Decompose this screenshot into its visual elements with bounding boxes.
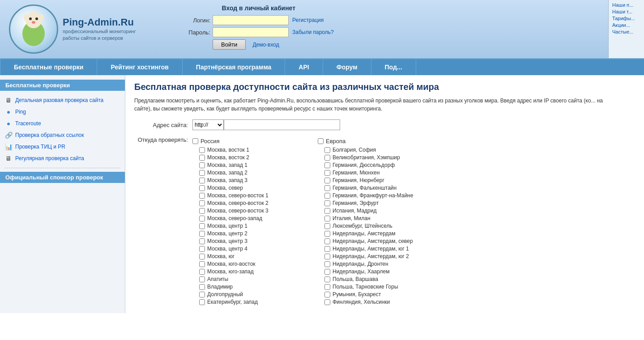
europe-city-checkbox[interactable] — [324, 208, 330, 214]
europe-city-item: Нидерланды, Дронтен — [318, 261, 434, 267]
russia-city-checkbox[interactable] — [199, 284, 205, 290]
sidebar-title: Бесплатные проверки — [0, 80, 125, 91]
europe-city-checkbox[interactable] — [324, 269, 330, 275]
europe-city-checkbox[interactable] — [324, 185, 330, 191]
russia-all-checkbox[interactable] — [192, 138, 198, 144]
russia-city-checkbox[interactable] — [199, 155, 205, 161]
russia-city-item: Москва, центр 4 — [192, 246, 309, 252]
europe-city-checkbox[interactable] — [324, 216, 330, 221]
russia-city-checkbox[interactable] — [199, 185, 205, 191]
sidebar-item-tic-pr[interactable]: 📊 Проверка ТИЦ и PR — [0, 141, 125, 153]
europe-city-checkbox[interactable] — [324, 292, 330, 298]
europe-cities: Болгария, София Великобритания, Хэмпшир … — [318, 147, 434, 305]
sponsor-title: Официальный спонсор проверок — [0, 172, 125, 183]
login-button[interactable]: Войти — [213, 39, 246, 50]
page-title: Бесплатная проверка доступности сайта из… — [134, 82, 635, 92]
russia-city-checkbox[interactable] — [199, 269, 205, 275]
register-link[interactable]: Регистрация — [292, 17, 324, 23]
nav-api[interactable]: API — [285, 59, 323, 75]
login-label: Логин: — [183, 17, 210, 24]
russia-city-item: Москва, север — [192, 185, 309, 191]
russia-city-item: Москва, северо-восток 2 — [192, 200, 309, 206]
europe-city-item: Нидерланды, Амстердам, юг 1 — [318, 246, 434, 252]
russia-city-checkbox[interactable] — [199, 261, 205, 267]
russia-city-item: Москва, запад 1 — [192, 162, 309, 168]
nav-forum[interactable]: Форум — [323, 59, 371, 75]
europe-city-item: Испания, Мадрид — [318, 208, 434, 214]
russia-city-checkbox[interactable] — [199, 162, 205, 168]
europe-city-checkbox[interactable] — [324, 162, 330, 168]
nav-hosting-rating[interactable]: Рейтинг хостингов — [97, 59, 182, 75]
russia-city-checkbox[interactable] — [199, 223, 205, 229]
russia-city-checkbox[interactable] — [199, 246, 205, 252]
traceroute-link[interactable]: Traceroute — [15, 120, 41, 127]
russia-city-checkbox[interactable] — [199, 178, 205, 183]
russia-city-checkbox[interactable] — [199, 299, 205, 305]
europe-city-item: Германия, Франкфурт-на-Майне — [318, 192, 434, 199]
russia-city-checkbox[interactable] — [199, 254, 205, 259]
russia-city-checkbox[interactable] — [199, 208, 205, 214]
europe-city-checkbox[interactable] — [324, 276, 330, 282]
russia-city-checkbox[interactable] — [199, 276, 205, 282]
europe-city-checkbox[interactable] — [324, 261, 330, 267]
europe-city-checkbox[interactable] — [324, 231, 330, 237]
russia-city-item: Владимир — [192, 284, 309, 290]
nav-partner-program[interactable]: Партнёрская программа — [183, 59, 286, 75]
russia-city-checkbox[interactable] — [199, 147, 205, 153]
europe-city-checkbox[interactable] — [324, 238, 330, 244]
russia-city-checkbox[interactable] — [199, 231, 205, 237]
protocol-select[interactable]: http:// https:// — [192, 119, 224, 130]
russia-city-checkbox[interactable] — [199, 216, 205, 221]
right-panel-link-5[interactable]: Частые... — [612, 29, 640, 34]
europe-city-checkbox[interactable] — [324, 299, 330, 305]
right-panel-link-1[interactable]: Наши п... — [612, 2, 640, 8]
europe-city-checkbox[interactable] — [324, 200, 330, 206]
backlinks-icon: 🔗 — [4, 131, 13, 139]
regular-link[interactable]: Регулярная проверка сайта — [15, 155, 84, 162]
europe-city-checkbox[interactable] — [324, 193, 330, 199]
sidebar-item-detail[interactable]: 🖥 Детальная разовая проверка сайта — [0, 94, 125, 106]
russia-cities: Москва, восток 1 Москва, восток 2 Москва… — [192, 147, 309, 305]
sidebar-item-backlinks[interactable]: 🔗 Проверка обратных ссылок — [0, 129, 125, 141]
login-input[interactable] — [213, 15, 289, 25]
europe-city-checkbox[interactable] — [324, 147, 330, 153]
password-input[interactable] — [213, 27, 289, 37]
url-input[interactable] — [224, 119, 340, 130]
russia-city-checkbox[interactable] — [199, 238, 205, 244]
europe-city-checkbox[interactable] — [324, 246, 330, 252]
sidebar-item-traceroute[interactable]: ● Traceroute — [0, 118, 125, 129]
russia-city-checkbox[interactable] — [199, 292, 205, 298]
europe-all-checkbox[interactable] — [318, 138, 324, 144]
nav-free-checks[interactable]: Бесплатные проверки — [0, 59, 97, 75]
backlinks-link[interactable]: Проверка обратных ссылок — [15, 132, 84, 138]
detail-link[interactable]: Детальная разовая проверка сайта — [15, 97, 103, 103]
ping-link[interactable]: Ping — [15, 109, 26, 115]
europe-city-checkbox[interactable] — [324, 284, 330, 290]
tic-pr-link[interactable]: Проверка ТИЦ и PR — [15, 144, 65, 150]
europe-city-checkbox[interactable] — [324, 254, 330, 259]
sidebar-item-regular[interactable]: 🖥 Регулярная проверка сайта — [0, 153, 125, 164]
europe-city-checkbox[interactable] — [324, 155, 330, 161]
europe-city-checkbox[interactable] — [324, 223, 330, 229]
sidebar: Бесплатные проверки 🖥 Детальная разовая … — [0, 75, 125, 313]
europe-city-item: Германия, Фалькенштайн — [318, 185, 434, 191]
right-panel-link-2[interactable]: Наши т... — [612, 9, 640, 14]
sidebar-item-ping[interactable]: ● Ping — [0, 106, 125, 118]
forgot-password-link[interactable]: Забыли пароль? — [292, 29, 334, 35]
page-description: Предлагаем посмотреть и оценить, как раб… — [134, 97, 604, 113]
europe-city-checkbox[interactable] — [324, 178, 330, 183]
europe-city-item: Румыния, Бухарест — [318, 291, 434, 298]
europe-city-checkbox[interactable] — [324, 170, 330, 176]
demo-link[interactable]: Демо-вход — [252, 42, 279, 48]
nav-more[interactable]: Под... — [371, 59, 416, 75]
svg-point-4 — [32, 21, 35, 24]
logo-area: Ping-Admin.Ru профессиональный мониторин… — [9, 4, 143, 54]
russia-city-checkbox[interactable] — [199, 193, 205, 199]
checks-container: Россия Москва, восток 1 Москва, восток 2… — [192, 138, 443, 306]
right-panel-link-3[interactable]: Тарифы... — [612, 16, 640, 21]
russia-region-title: Россия — [192, 138, 309, 144]
russia-city-checkbox[interactable] — [199, 170, 205, 176]
sidebar-divider — [4, 168, 120, 168]
russia-city-checkbox[interactable] — [199, 200, 205, 206]
right-panel-link-4[interactable]: Акции... — [612, 22, 640, 28]
